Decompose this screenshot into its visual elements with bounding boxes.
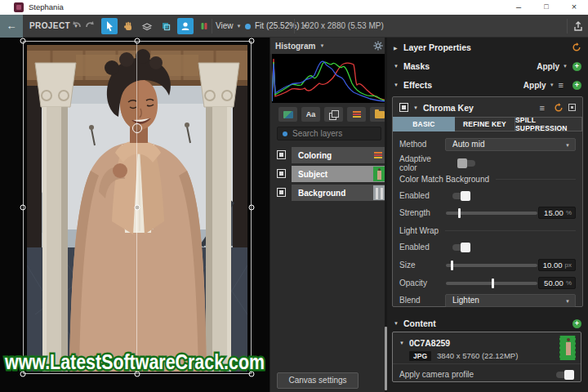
solo-icon[interactable] bbox=[568, 104, 576, 111]
chevron-down-icon[interactable]: ▼ bbox=[399, 341, 409, 345]
fit-zoom-label: Fit (25.52%) bbox=[255, 21, 299, 30]
strength-value-field[interactable]: 15.00 % bbox=[538, 207, 576, 219]
content-header[interactable]: ▼ Content + bbox=[387, 315, 588, 332]
selection-handle[interactable] bbox=[135, 205, 140, 211]
apply-masks-dropdown[interactable]: Apply bbox=[537, 62, 559, 71]
layer-properties-header[interactable]: ▶ Layer Properties bbox=[387, 39, 588, 56]
histogram-header[interactable]: Histogram ▼ bbox=[270, 38, 388, 54]
canvas-settings-button[interactable]: Canvas settings bbox=[277, 372, 359, 389]
chevron-down-icon: ▼ bbox=[563, 64, 568, 69]
blend-dropdown[interactable]: Lighten ▼ bbox=[445, 294, 576, 307]
gear-icon[interactable] bbox=[373, 41, 383, 51]
mask-tool-button[interactable] bbox=[177, 18, 194, 34]
effect-enable-checkbox[interactable] bbox=[399, 103, 408, 112]
tab-refine-key[interactable]: REFINE KEY bbox=[455, 117, 515, 131]
tab-basic[interactable]: BASIC bbox=[393, 117, 455, 131]
chevron-right-icon[interactable]: ▶ bbox=[394, 45, 403, 51]
workspace: www.LatestSoftwareCrack.com Histogram ▼ … bbox=[0, 38, 588, 392]
chevron-down-icon[interactable]: ▼ bbox=[394, 82, 403, 87]
selection-handle[interactable] bbox=[135, 38, 140, 44]
add-text-layer-button[interactable]: Aa bbox=[301, 107, 320, 122]
apply-effects-dropdown[interactable]: Apply bbox=[523, 81, 546, 90]
opacity-slider[interactable] bbox=[446, 278, 537, 288]
chroma-key-header[interactable]: ▼ Chroma Key ≡ bbox=[393, 100, 582, 114]
size-slider[interactable] bbox=[446, 261, 537, 270]
view-dropdown[interactable]: View▼ bbox=[216, 15, 241, 38]
color-match-enabled-toggle[interactable] bbox=[452, 193, 470, 199]
slider-handle[interactable] bbox=[451, 261, 453, 270]
pan-tool-button[interactable] bbox=[120, 18, 136, 34]
export-button[interactable] bbox=[572, 20, 584, 32]
redo-button[interactable] bbox=[85, 20, 96, 32]
minimize-button[interactable]: – bbox=[505, 0, 532, 15]
color-match-heading: Color Match Background bbox=[399, 175, 489, 184]
light-wrap-enabled-toggle[interactable] bbox=[452, 244, 470, 251]
chevron-down-icon[interactable]: ▼ bbox=[413, 105, 423, 110]
visibility-checkbox[interactable] bbox=[277, 188, 286, 197]
canvas-area[interactable]: www.LatestSoftwareCrack.com bbox=[0, 38, 270, 392]
enabled-label: Enabled bbox=[399, 191, 445, 200]
reset-icon[interactable] bbox=[554, 103, 564, 113]
layer-row-background[interactable]: Background bbox=[270, 185, 388, 201]
slider-handle[interactable] bbox=[458, 208, 461, 218]
duplicate-icon bbox=[329, 110, 338, 118]
chevron-down-icon[interactable]: ▼ bbox=[394, 321, 403, 326]
opacity-value-field[interactable]: 50.00 % bbox=[538, 277, 576, 289]
visibility-checkbox[interactable] bbox=[277, 169, 286, 178]
method-dropdown[interactable]: Auto mid ▼ bbox=[445, 138, 576, 151]
effects-header[interactable]: ▼ Effects Apply ▼ ≡ + bbox=[387, 77, 588, 93]
pivot-handle[interactable] bbox=[132, 123, 142, 133]
reset-icon[interactable] bbox=[572, 42, 581, 52]
chevron-down-icon: ▼ bbox=[237, 24, 242, 29]
chevron-down-icon: ▼ bbox=[565, 143, 570, 148]
add-effect-button[interactable]: + bbox=[572, 81, 581, 90]
toggle-knob bbox=[461, 191, 470, 201]
effect-title: Chroma Key bbox=[423, 103, 474, 113]
duplicate-layer-button[interactable] bbox=[324, 107, 343, 122]
adaptive-color-toggle[interactable] bbox=[457, 160, 475, 167]
camera-profile-toggle[interactable] bbox=[556, 372, 574, 378]
stack-tool-button[interactable] bbox=[139, 18, 155, 34]
selection-handle[interactable] bbox=[249, 205, 255, 211]
chevron-down-icon[interactable]: ▼ bbox=[394, 64, 403, 69]
canvas-dimensions: 1920 x 2880 (5.53 MP) bbox=[301, 15, 384, 38]
selection-handle[interactable] bbox=[249, 38, 255, 44]
slider-handle[interactable] bbox=[492, 278, 494, 288]
close-button[interactable]: × bbox=[560, 0, 588, 15]
search-layers-box bbox=[277, 127, 381, 140]
content-item-header[interactable]: ▼ 0C7A8259 bbox=[393, 336, 581, 350]
crop-tool-button[interactable] bbox=[158, 18, 174, 34]
chevron-down-icon: ▼ bbox=[550, 82, 555, 87]
folder-icon bbox=[375, 111, 385, 118]
content-item-card[interactable]: ▼ 0C7A8259 JPG 3840 x 5760 (22.12MP) App… bbox=[392, 332, 581, 382]
add-mask-button[interactable]: + bbox=[572, 62, 581, 71]
menu-icon[interactable]: ≡ bbox=[559, 81, 564, 89]
menu-icon[interactable]: ≡ bbox=[540, 104, 545, 112]
flags-icon bbox=[198, 20, 211, 33]
fit-zoom-dropdown[interactable]: Fit (25.52%)▼ bbox=[255, 15, 307, 38]
layer-row-subject[interactable]: Subject bbox=[270, 166, 388, 182]
add-content-button[interactable]: + bbox=[572, 319, 581, 328]
masks-header[interactable]: ▼ Masks Apply ▼ + bbox=[387, 58, 588, 74]
size-value-field[interactable]: 10.00 px bbox=[538, 259, 576, 271]
content-item-name: 0C7A8259 bbox=[409, 338, 450, 348]
opacity-label: Opacity bbox=[399, 278, 445, 287]
tab-spill-suppression[interactable]: SPILL SUPPRESSION bbox=[515, 117, 582, 131]
opacity-row: Opacity 50.00 % bbox=[393, 276, 582, 290]
application-window: Stephania – □ × ← PROJECT▼ bbox=[0, 0, 588, 392]
selection-handle[interactable] bbox=[20, 38, 26, 44]
search-layers-input[interactable] bbox=[292, 129, 374, 138]
back-button[interactable]: ← bbox=[0, 15, 23, 38]
color-flags-button[interactable] bbox=[196, 18, 212, 34]
layer-row-coloring[interactable]: Coloring bbox=[270, 147, 388, 163]
add-image-layer-button[interactable] bbox=[278, 107, 297, 122]
blend-label: Blend bbox=[399, 296, 445, 305]
selection-handle[interactable] bbox=[20, 205, 26, 211]
visibility-checkbox[interactable] bbox=[277, 150, 286, 159]
maximize-button[interactable]: □ bbox=[532, 0, 560, 15]
add-adjustment-layer-button[interactable] bbox=[347, 107, 366, 122]
strength-label: Strength bbox=[399, 208, 445, 217]
strength-slider[interactable] bbox=[446, 208, 537, 218]
undo-button[interactable] bbox=[70, 20, 82, 32]
select-tool-button[interactable] bbox=[101, 18, 118, 34]
